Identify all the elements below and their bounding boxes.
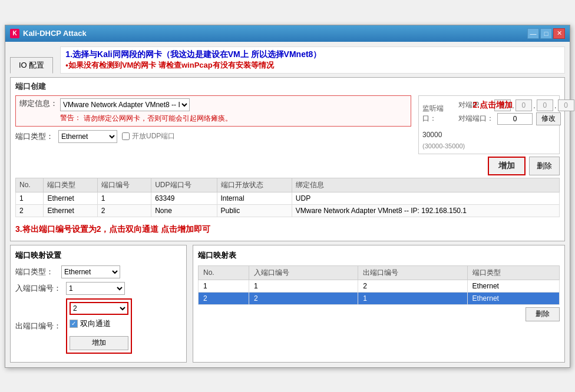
mapper-table-body: 112Ethernet221Ethernet xyxy=(199,280,560,304)
close-button[interactable]: ✕ xyxy=(553,28,565,39)
mapper-port-type-row: 端口类型： Ethernet xyxy=(15,265,181,278)
delete-port-button[interactable]: 删除 xyxy=(529,157,560,175)
col-status: 端口开放状态 xyxy=(217,178,292,192)
monitor-build-range: (30000-35000) xyxy=(422,141,556,150)
monitor-port-value-row: 30000 xyxy=(422,130,556,139)
port-table: No. 端口类型 端口编号 UDP端口号 端口开放状态 绑定信息 1Ethern… xyxy=(15,178,560,217)
mapper-settings-title: 端口映射设置 xyxy=(15,250,181,261)
udp-checkbox[interactable] xyxy=(122,132,130,140)
warning-label: 警告： xyxy=(60,113,81,123)
minimize-button[interactable]: — xyxy=(527,28,539,39)
port-table-body: 1Ethernet163349InternalUDP2Ethernet2None… xyxy=(16,192,560,217)
title-bar: K Kali-DHCP Attack — □ ✕ xyxy=(5,25,570,42)
mapper-out-port-label: 出端口编号： xyxy=(15,321,61,331)
app-icon: K xyxy=(10,29,19,38)
mapper-table: No. 入端口编号 出端口编号 端口类型 112Ethernet221Ether… xyxy=(198,265,560,305)
mapper-col-type: 端口类型 xyxy=(467,265,559,280)
right-panel-inner: 2.点击增加 监听端口： 对端IP： . xyxy=(418,95,560,175)
bind-label: 绑定信息： xyxy=(19,98,60,109)
mapper-add-button[interactable]: 增加 xyxy=(70,336,128,350)
red-outline-box: 2 ✓ 双向通道 增加 xyxy=(66,298,132,354)
remote-port-label: 对端端口： xyxy=(458,114,494,124)
bind-info-row: 绑定信息： VMware Network Adapter VMnet8 -- I… xyxy=(15,95,411,127)
bottom-area: 端口映射设置 端口类型： Ethernet 入端口编号： 1 出端口编号： xyxy=(10,245,565,363)
title-bar-left: K Kali-DHCP Attack xyxy=(10,29,87,38)
col-no: No. xyxy=(16,178,44,192)
udp-label-text: 开放UDP端口 xyxy=(132,131,175,141)
mapper-table-row[interactable]: 221Ethernet xyxy=(199,292,560,304)
mapper-col-out: 出端口编号 xyxy=(358,265,467,280)
mapper-table-row[interactable]: 112Ethernet xyxy=(199,280,560,292)
port-creation-left: 绑定信息： VMware Network Adapter VMnet8 -- I… xyxy=(15,95,411,175)
remote-port-row: 对端端口： 修改 xyxy=(458,112,574,125)
monitor-port-label: 监听端口： xyxy=(422,104,455,124)
ip-octet-3[interactable] xyxy=(537,99,553,111)
mapper-in-port-label: 入端口编号： xyxy=(15,283,61,294)
port-mapper-settings: 端口映射设置 端口类型： Ethernet 入端口编号： 1 出端口编号： xyxy=(10,245,187,363)
mapper-port-type-select[interactable]: Ethernet xyxy=(61,265,120,278)
udp-checkbox-label[interactable]: 开放UDP端口 xyxy=(122,131,175,141)
port-type-label: 端口类型： xyxy=(15,131,54,142)
bind-select[interactable]: VMware Network Adapter VMnet8 -- IP: 192… xyxy=(60,98,190,111)
add-port-button[interactable]: 增加 xyxy=(488,157,526,175)
port-creation-section: 端口创建 绑定信息： VMware Network Adapter VMnet8… xyxy=(10,77,565,241)
warning-text: 请勿绑定公网网卡，否则可能会引起网络瘫痪。 xyxy=(84,114,232,124)
mapper-table-head: No. 入端口编号 出端口编号 端口类型 xyxy=(199,265,560,280)
port-creation-title: 端口创建 xyxy=(15,81,560,92)
instruction-line2: •如果没有检测到VM的网卡 请检查winPcap有没有安装等情况 xyxy=(65,60,560,71)
monitor-port-value: 30000 xyxy=(422,131,442,139)
tab-io[interactable]: IO 配置 xyxy=(10,57,53,74)
tab-bar: IO 配置 xyxy=(10,57,53,74)
step3-text: 3.将出端口编号设置为2，点击双向通道 点击增加即可 xyxy=(15,222,560,237)
window-title: Kali-DHCP Attack xyxy=(23,29,87,38)
mapper-in-port-row: 入端口编号： 1 xyxy=(15,282,181,295)
port-creation-right: 2.点击增加 监听端口： 对端IP： . xyxy=(418,95,560,175)
mapper-out-port-select[interactable]: 2 xyxy=(70,302,128,315)
col-type: 端口类型 xyxy=(44,178,97,192)
build-range-text: (30000-35000) xyxy=(422,142,465,150)
bidirectional-checkbox-icon: ✓ xyxy=(70,320,78,328)
mapper-in-port-select[interactable]: 1 xyxy=(66,282,125,295)
ip-octet-4[interactable] xyxy=(558,99,574,111)
modify-button[interactable]: 修改 xyxy=(536,112,561,125)
mapper-port-type-label: 端口类型： xyxy=(15,267,57,277)
bind-content: VMware Network Adapter VMnet8 -- IP: 192… xyxy=(60,98,407,124)
hint2-text: 2.点击增加 xyxy=(472,100,513,111)
col-bind: 绑定信息 xyxy=(292,178,559,192)
maximize-button[interactable]: □ xyxy=(540,28,552,39)
port-type-select[interactable]: Ethernet xyxy=(58,130,117,143)
instruction-line1: 1.选择与Kali同网段的网卡（我这边是建设在VM上 所以选择VMnet8） xyxy=(65,49,560,60)
port-type-row: 端口类型： Ethernet 开放UDP端口 xyxy=(15,130,411,143)
mapper-table-title: 端口映射表 xyxy=(198,250,560,261)
mapper-out-port-row: 出端口编号： 2 ✓ 双向通道 增加 xyxy=(15,298,181,354)
bidirectional-label: 双向通道 xyxy=(80,318,111,329)
ip-octet-2[interactable] xyxy=(515,99,532,111)
mapper-delete-button[interactable]: 删除 xyxy=(526,307,560,321)
bidirectional-row: ✓ 双向通道 xyxy=(70,318,128,329)
table-row[interactable]: 1Ethernet163349InternalUDP xyxy=(16,192,560,204)
port-creation-area: 绑定信息： VMware Network Adapter VMnet8 -- I… xyxy=(15,95,560,175)
col-udp: UDP端口号 xyxy=(151,178,217,192)
port-mapper-table-section: 端口映射表 No. 入端口编号 出端口编号 端口类型 112Ethernet22… xyxy=(193,245,565,363)
table-row[interactable]: 2Ethernet2NonePublicVMware Network Adapt… xyxy=(16,204,560,217)
port-table-header-row: No. 端口类型 端口编号 UDP端口号 端口开放状态 绑定信息 xyxy=(16,178,560,192)
instruction-box: 1.选择与Kali同网段的网卡（我这边是建设在VM上 所以选择VMnet8） •… xyxy=(60,46,565,74)
window-content: IO 配置 1.选择与Kali同网段的网卡（我这边是建设在VM上 所以选择VMn… xyxy=(5,42,570,367)
action-buttons: 增加 删除 xyxy=(418,157,560,175)
port-table-head: No. 端口类型 端口编号 UDP端口号 端口开放状态 绑定信息 xyxy=(16,178,560,192)
col-num: 端口编号 xyxy=(97,178,151,192)
remote-port-input[interactable] xyxy=(497,113,533,125)
title-buttons: — □ ✕ xyxy=(527,28,565,39)
main-window: K Kali-DHCP Attack — □ ✕ IO 配置 1.选择与Kali… xyxy=(5,25,570,368)
mapper-col-in: 入端口编号 xyxy=(249,265,358,280)
mapper-header-row: No. 入端口编号 出端口编号 端口类型 xyxy=(199,265,560,280)
mapper-col-no: No. xyxy=(199,265,249,280)
